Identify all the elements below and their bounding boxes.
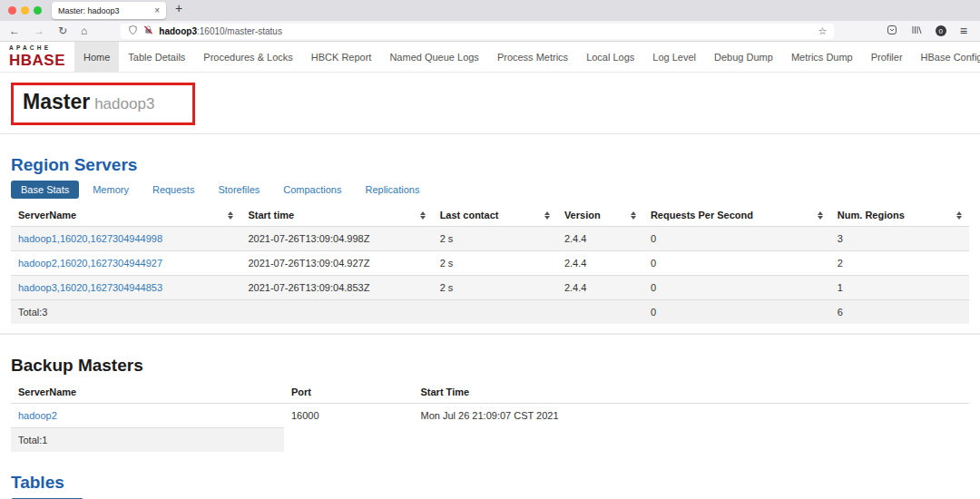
cell-num-regions: 1 <box>830 276 969 300</box>
cell-port: 16000 <box>284 404 414 428</box>
region-servers-tab-compactions[interactable]: Compactions <box>273 181 351 199</box>
region-servers-tab-replications[interactable]: Replications <box>355 181 429 199</box>
pocket-icon[interactable] <box>887 24 897 38</box>
home-button[interactable]: ⌂ <box>81 25 87 36</box>
bookmark-star-icon[interactable]: ☆ <box>818 25 827 37</box>
shield-icon[interactable] <box>128 24 138 37</box>
column-header-num-regions[interactable]: Num. Regions <box>830 204 969 227</box>
total-cell-servername: Total:3 <box>11 300 240 325</box>
sort-icon[interactable] <box>956 211 962 220</box>
sort-icon[interactable] <box>544 211 550 220</box>
nav-item-home[interactable]: Home <box>74 42 119 72</box>
navbar-items: HomeTable DetailsProcedures & LocksHBCK … <box>74 42 980 72</box>
minimize-window-button[interactable] <box>21 6 29 15</box>
nav-item-named-queue-logs[interactable]: Named Queue Logs <box>380 42 487 72</box>
cell-servername: hadoop3,16020,1627304944853 <box>11 276 240 300</box>
reload-button[interactable]: ↻ <box>58 25 67 36</box>
cell-num-regions: 2 <box>830 251 969 276</box>
tab-close-icon[interactable]: × <box>154 5 160 15</box>
close-window-button[interactable] <box>8 6 16 15</box>
table-row: hadoop3,16020,16273049448532021-07-26T13… <box>11 276 969 300</box>
nav-item-debug-dump[interactable]: Debug Dump <box>705 42 782 72</box>
cell-start-time: 2021-07-26T13:09:04.927Z <box>240 251 432 276</box>
section-divider <box>0 333 980 335</box>
insecure-lock-icon[interactable] <box>143 24 153 37</box>
extension-badge[interactable]: 0 <box>936 25 946 36</box>
cell-requests-per-second: 0 <box>643 251 830 276</box>
back-button[interactable]: ← <box>9 25 20 36</box>
column-label: Start Time <box>421 386 470 397</box>
sort-icon[interactable] <box>228 211 233 220</box>
table-row: hadoop1,16020,16273049449982021-07-26T13… <box>11 227 969 251</box>
column-header-servername[interactable]: ServerName <box>11 204 240 227</box>
region-servers-tabs: Base StatsMemoryRequestsStorefilesCompac… <box>11 181 969 199</box>
cell-version: 2.4.4 <box>557 276 643 300</box>
column-label: Port <box>291 386 311 397</box>
total-cell-start-time <box>240 300 432 325</box>
region-servers-tab-requests[interactable]: Requests <box>142 181 204 199</box>
library-icon[interactable] <box>911 24 922 38</box>
column-header-version[interactable]: Version <box>557 204 643 227</box>
nav-item-local-logs[interactable]: Local Logs <box>577 42 643 72</box>
tables-heading: Tables <box>11 473 969 493</box>
nav-item-procedures-locks[interactable]: Procedures & Locks <box>194 42 301 72</box>
maximize-window-button[interactable] <box>34 6 42 15</box>
menu-icon[interactable]: ≡ <box>960 24 967 38</box>
column-header-last-contact[interactable]: Last contact <box>433 204 557 227</box>
cell-last-contact: 2 s <box>433 251 557 276</box>
page-title: Masterhadoop3 <box>23 90 154 114</box>
sort-icon[interactable] <box>420 211 426 220</box>
column-label: Last contact <box>440 210 499 220</box>
cell-servername: hadoop2 <box>11 404 284 428</box>
cell-last-contact: 2 s <box>433 276 557 300</box>
cell-requests-per-second: 0 <box>643 227 830 251</box>
cell-start-time: Mon Jul 26 21:09:07 CST 2021 <box>414 404 970 428</box>
column-header-start-time[interactable]: Start time <box>240 204 432 227</box>
cell-version: 2.4.4 <box>557 227 643 251</box>
server-link[interactable]: hadoop1,16020,1627304944998 <box>18 233 162 244</box>
backup-masters-heading: Backup Masters <box>11 356 969 376</box>
nav-item-hbck-report[interactable]: HBCK Report <box>302 42 381 72</box>
region-servers-tab-base-stats[interactable]: Base Stats <box>11 181 79 199</box>
forward-button[interactable]: → <box>34 25 44 36</box>
logo-hbase-text: HBASE <box>9 53 65 68</box>
server-link[interactable]: hadoop2,16020,1627304944927 <box>18 258 162 269</box>
nav-item-process-metrics[interactable]: Process Metrics <box>488 42 577 72</box>
column-label: Start time <box>248 210 294 220</box>
nav-item-log-level[interactable]: Log Level <box>643 42 705 72</box>
cell-requests-per-second: 0 <box>643 276 830 300</box>
window-controls <box>8 6 42 15</box>
nav-item-hbase-configuration[interactable]: HBase Configuration <box>912 42 980 72</box>
browser-tab[interactable]: Master: hadoop3 × <box>52 2 166 19</box>
nav-item-table-details[interactable]: Table Details <box>119 42 194 72</box>
column-label: Requests Per Second <box>651 210 753 220</box>
cell-start-time: 2021-07-26T13:09:04.998Z <box>240 227 432 251</box>
sort-icon[interactable] <box>818 211 823 220</box>
sort-icon[interactable] <box>631 211 636 220</box>
nav-item-metrics-dump[interactable]: Metrics Dump <box>782 42 862 72</box>
header-divider <box>0 133 980 134</box>
master-hostname: hadoop3 <box>94 95 154 113</box>
url-text: hadoop3:16010/master-status <box>159 26 282 36</box>
cell-num-regions: 3 <box>830 227 969 251</box>
total-cell-version <box>557 300 643 325</box>
region-servers-tab-memory[interactable]: Memory <box>83 181 139 199</box>
url-bar[interactable]: hadoop3:16010/master-status ☆ <box>121 24 834 39</box>
nav-item-profiler[interactable]: Profiler <box>862 42 912 72</box>
server-link[interactable]: hadoop2 <box>18 410 57 421</box>
server-link[interactable]: hadoop3,16020,1627304944853 <box>18 282 162 293</box>
table-header-row: ServerNameStart timeLast contactVersionR… <box>11 204 969 227</box>
column-header-requests-per-second[interactable]: Requests Per Second <box>643 204 830 227</box>
browser-toolbar: ← → ↻ ⌂ hadoop3:16010/master-status ☆ 0 … <box>0 21 980 42</box>
hbase-logo[interactable]: APACHE HBASE <box>7 42 74 72</box>
new-tab-button[interactable]: + <box>175 1 182 15</box>
region-servers-table: ServerNameStart timeLast contactVersionR… <box>11 204 969 324</box>
table-header-row: ServerNamePortStart Time <box>11 381 969 404</box>
column-header-start-time: Start Time <box>414 381 970 404</box>
master-title-annotation: Masterhadoop3 <box>11 83 195 125</box>
total-row: Total:306 <box>11 300 969 325</box>
column-label: ServerName <box>18 210 76 220</box>
total-cell: Total:1 <box>11 428 284 453</box>
region-servers-tab-storefiles[interactable]: Storefiles <box>208 181 270 199</box>
region-servers-heading: Region Servers <box>11 155 969 175</box>
